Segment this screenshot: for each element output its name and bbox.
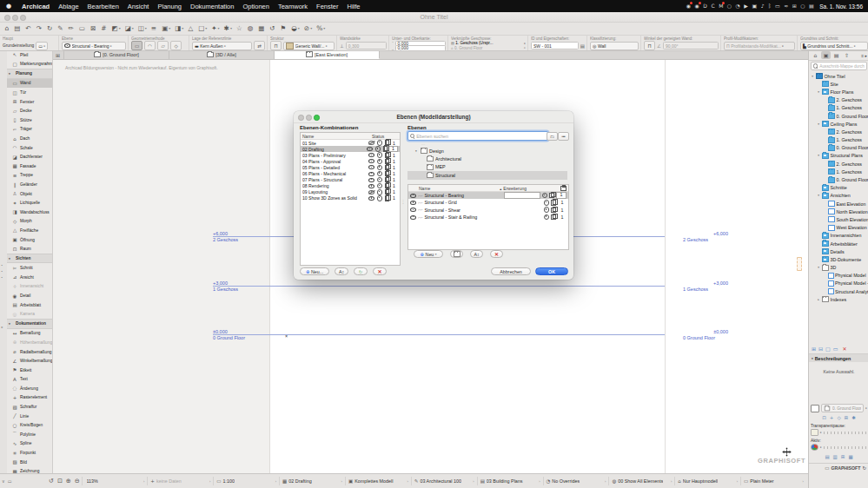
lock-icon[interactable] bbox=[377, 152, 383, 158]
gear-icon[interactable]: ✱ bbox=[851, 415, 856, 420]
star-icon[interactable]: ☆ bbox=[234, 23, 245, 35]
layer-folder-row[interactable]: Architectural bbox=[407, 155, 567, 162]
layers-icon[interactable]: ▦ bbox=[256, 23, 268, 35]
story-level-line[interactable] bbox=[213, 334, 665, 335]
new-layer-button[interactable]: ⊕Neu▾ bbox=[414, 250, 443, 258]
expander-icon[interactable]: ▾ bbox=[817, 90, 820, 94]
expander-icon[interactable]: ▾ bbox=[811, 75, 814, 78]
toolbox-item[interactable]: ∿ Spline bbox=[7, 439, 52, 449]
tree-item[interactable]: ▾ Ohne Titel bbox=[809, 72, 868, 80]
grid-display-icon[interactable]: ≡ bbox=[149, 23, 159, 35]
graphic-override-segment[interactable]: ◔ No Overrides › bbox=[543, 477, 609, 485]
slab-icon[interactable]: △ bbox=[186, 23, 196, 35]
wifi-icon[interactable]: ≈ bbox=[784, 0, 788, 12]
rename-combination-button[interactable]: A↕ bbox=[335, 267, 348, 275]
toolbox-item[interactable]: ◨ Wandabschluss bbox=[7, 208, 52, 217]
04 Plans - Approval[interactable]: 04 Plans - Approval 1 bbox=[301, 158, 400, 164]
lock-icon[interactable] bbox=[377, 159, 383, 165]
tree-item[interactable]: ▾ 3D bbox=[809, 264, 868, 272]
profile-modifier-dropdown[interactable]: ΠProfilabstands-Modifikat...▸ bbox=[724, 42, 795, 50]
Structural - Grid[interactable]: ⌐⌐ Structural - Grid 1 bbox=[408, 199, 568, 206]
intersection-group-number[interactable]: 1 bbox=[390, 153, 398, 158]
menu-item[interactable]: Fenster bbox=[312, 3, 342, 10]
pane-layout-icon-2[interactable]: ▥ bbox=[833, 454, 838, 459]
toolbox-item[interactable]: ◠ Schale bbox=[7, 143, 52, 153]
toolbox-item[interactable]: ✶ Lichtquelle bbox=[7, 198, 52, 208]
lock-icon[interactable] bbox=[377, 189, 383, 195]
menu-item[interactable]: Ablage bbox=[54, 3, 83, 10]
intersection-group-number[interactable]: 1 bbox=[390, 165, 398, 170]
chevron-right-icon[interactable]: › bbox=[605, 479, 606, 484]
extension-cell[interactable] bbox=[507, 214, 542, 220]
renovation-icon[interactable]: ◍ bbox=[245, 23, 256, 35]
chevron-right-icon[interactable]: ▸ bbox=[820, 431, 822, 434]
toolbox-item[interactable]: ▣ Öffnung bbox=[7, 235, 52, 245]
structure-type-button[interactable]: Π bbox=[270, 41, 282, 50]
tree-view-toggle[interactable]: 🗀 bbox=[547, 132, 558, 141]
zoom-reset-icon[interactable]: ↺ bbox=[47, 478, 56, 485]
chevron-right-icon[interactable]: › bbox=[209, 479, 210, 484]
chevron-right-icon[interactable]: ▸ bbox=[865, 406, 867, 410]
toolbox-item[interactable]: ↖ Pfeil bbox=[7, 50, 52, 60]
layer-dropdown[interactable]: Structural - Bearing▸ bbox=[62, 42, 126, 50]
03 Plans - Preliminary[interactable]: 03 Plans - Preliminary 1 bbox=[301, 152, 400, 158]
renovation-filter-segment[interactable]: ◍ 00 Show All Elements › bbox=[608, 477, 674, 485]
lock-icon[interactable] bbox=[377, 171, 383, 177]
navigator-search-input[interactable] bbox=[819, 64, 865, 69]
eraser-icon[interactable]: ▭ bbox=[76, 23, 88, 35]
solid-display-icon[interactable] bbox=[385, 195, 390, 201]
building-material-dropdown[interactable]: Generic Wall/...▸ bbox=[283, 42, 335, 50]
fit-in-window-icon[interactable]: ⊡ bbox=[56, 478, 64, 485]
tree-item[interactable]: 2. Geschoss bbox=[809, 160, 868, 168]
wall-thickness-input[interactable]: 0,300 bbox=[346, 42, 387, 49]
current-story-dropdown[interactable]: 0. Ground Floor bbox=[821, 404, 864, 412]
geometry-polygon-button[interactable]: ◇ bbox=[170, 41, 182, 50]
toolbox-item[interactable]: ⚑ Etikett bbox=[7, 366, 52, 375]
chevron-right-icon[interactable]: ▸ bbox=[820, 445, 822, 449]
solid-display-icon[interactable] bbox=[551, 200, 556, 205]
chevron-right-icon[interactable]: › bbox=[473, 479, 474, 484]
intersection-group-number[interactable]: 1 bbox=[390, 141, 398, 146]
home-story[interactable]: 0. Ground Floor bbox=[454, 46, 523, 50]
rebuild-icon[interactable]: ↻ bbox=[44, 23, 55, 35]
layout-book-tab[interactable]: ▤ bbox=[832, 51, 841, 59]
bottom-offset-input[interactable]: 0,000 bbox=[395, 45, 447, 50]
undo-icon[interactable]: ↶ bbox=[23, 23, 34, 35]
05 Plans - Detailed[interactable]: 05 Plans - Detailed 1 bbox=[301, 164, 400, 170]
lock-icon[interactable] bbox=[377, 140, 383, 146]
tilt-mode-button[interactable]: Π bbox=[644, 41, 655, 50]
tree-item[interactable]: 0. Ground Floor bbox=[809, 175, 868, 183]
tree-item[interactable]: ▸ Indexes bbox=[809, 295, 868, 303]
tracker-segment[interactable]: + keine Daten › bbox=[147, 477, 213, 485]
tree-item[interactable]: 1. Geschoss bbox=[809, 136, 868, 144]
toolbox-item[interactable]: + Rasterelement bbox=[7, 393, 52, 403]
toolbox-item[interactable]: ✳ Fixpunkt bbox=[7, 448, 52, 458]
lock-icon[interactable] bbox=[544, 200, 550, 206]
eye-icon[interactable] bbox=[368, 141, 374, 145]
add-quick-icon[interactable]: + bbox=[830, 415, 834, 420]
Structural - Shear[interactable]: ⌐⌐ Structural - Shear 1 bbox=[408, 207, 568, 214]
lock-icon[interactable] bbox=[377, 165, 383, 171]
gravity-icon[interactable]: ▣▾ bbox=[160, 23, 173, 35]
toolbox-item[interactable]: ○ Kreis/Bogen bbox=[7, 420, 52, 430]
pane-layout-icon-1[interactable]: ▤ bbox=[825, 454, 829, 459]
toolbox-item[interactable]: ≡ Treppe bbox=[7, 171, 52, 181]
expander-icon[interactable]: ▾ bbox=[415, 149, 419, 153]
toolbox-item[interactable]: ╱ Linie bbox=[7, 412, 52, 421]
toolbox-item[interactable]: ⌀ Radialbemaßung bbox=[7, 347, 52, 357]
tree-item[interactable]: ▾ Ansichten bbox=[809, 192, 868, 200]
tree-item[interactable]: Innenansichten bbox=[809, 232, 868, 240]
tree-item[interactable]: Physical Model bbox=[809, 272, 868, 280]
02 Drafting[interactable]: 02 Drafting 1 bbox=[301, 146, 400, 152]
intersection-group-number[interactable]: 1 bbox=[390, 189, 398, 195]
toolbox-item[interactable]: ▨ Schraffur bbox=[7, 402, 52, 412]
app-d-icon[interactable]: D bbox=[703, 0, 707, 12]
zoom-level-segment[interactable]: 113% › bbox=[82, 477, 148, 485]
element-id-input[interactable]: SW - 001 bbox=[531, 42, 579, 49]
reference-line-dropdown[interactable]: ▬Kern Außen▸ bbox=[192, 42, 252, 50]
palette-tab-icon[interactable]: ▪ bbox=[2, 269, 3, 274]
toolbox-item[interactable]: ▱ Decke bbox=[7, 106, 52, 115]
tab-east-elevation[interactable]: [East Elevation] bbox=[275, 50, 380, 59]
clone-folder-button[interactable]: ⊟ bbox=[818, 346, 823, 352]
grid-quick-icon[interactable]: ⊞ bbox=[845, 415, 849, 420]
